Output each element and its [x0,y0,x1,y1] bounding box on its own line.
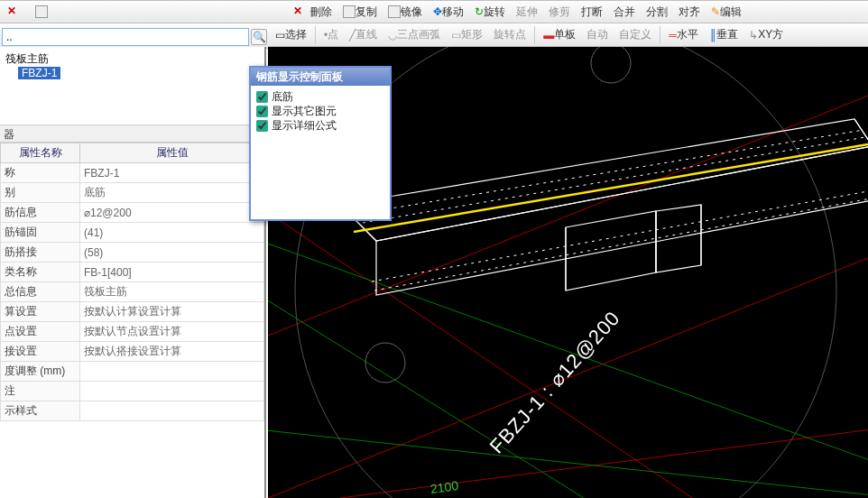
prop-value[interactable]: 按默认计算设置计算 [80,302,264,322]
horiz-button[interactable]: ═水平 [665,25,702,45]
property-row[interactable]: 筋搭接(58) [1,243,264,263]
col-value: 属性值 [80,143,264,163]
svg-point-23 [365,343,405,383]
property-row[interactable]: 示样式 [1,401,264,421]
rotate-button[interactable]: ↻旋转 [471,2,509,22]
property-table: 属性名称 属性值 称FBZJ-1别底筋筋信息⌀12@200筋锚固(41)筋搭接(… [0,143,264,421]
single-button[interactable]: ▬单板 [540,25,579,45]
display-option[interactable]: 显示其它图元 [256,104,384,118]
mirror-button[interactable]: 镜像 [384,2,426,22]
prop-value[interactable] [80,382,264,401]
property-row[interactable]: 接设置按默认搭接设置计算 [1,342,264,362]
rebar-display-panel[interactable]: 钢筋显示控制面板 底筋显示其它图元显示详细公式 [249,66,392,221]
svg-line-19 [372,191,868,281]
split-button[interactable]: 分割 [642,2,671,22]
search-icon[interactable]: 🔍 [251,29,267,45]
svg-marker-9 [376,146,868,295]
left-panel: 筏板主筋 FBZJ-1 器 属性名称 属性值 称FBZJ-1别底筋筋信息⌀12@… [0,47,266,498]
toolbar-draw-real: ▭选择 •点 ╱直线 ◡三点画弧 ▭矩形 旋转点 ▬单板 自动 自定义 ═水平 … [268,23,868,47]
prop-name: 别 [1,183,80,203]
checkbox-label: 显示详细公式 [272,118,337,133]
prop-name: 筋信息 [1,203,80,223]
vert-button[interactable]: ║垂直 [706,25,743,45]
delete-button[interactable]: ✕刪除 [290,2,336,22]
prop-value[interactable] [80,362,264,382]
prop-value[interactable]: FBZJ-1 [80,163,264,183]
prop-name: 注 [1,382,80,401]
svg-line-2 [340,426,868,498]
copy-icon[interactable] [32,2,51,22]
prop-name: 接设置 [1,342,80,362]
checkbox-label: 显示其它图元 [272,104,337,118]
prop-name: 算设置 [1,302,80,322]
property-row[interactable]: 类名称FB-1[400] [1,263,264,282]
break-button[interactable]: 打断 [577,2,606,22]
trim-button[interactable]: 修剪 [545,2,574,22]
checkbox[interactable] [256,120,268,132]
property-row[interactable]: 总信息筏板主筋 [1,282,264,302]
svg-marker-12 [566,211,656,290]
tree-root[interactable]: 筏板主筋 [5,51,259,67]
edit2-button[interactable]: ✎编辑 [707,2,745,22]
tree-child-selected[interactable]: FBZJ-1 [18,67,60,79]
prop-name: 类名称 [1,263,80,282]
property-row[interactable]: 点设置按默认节点设置计算 [1,322,264,342]
prop-name: 度调整 (mm) [1,362,80,382]
cross-icon[interactable]: ✕ [4,2,28,22]
copy-button[interactable]: 复制 [339,2,381,22]
prop-value[interactable]: ⌀12@200 [80,203,264,223]
prop-value[interactable] [80,401,264,421]
move-button[interactable]: ✥移动 [429,2,467,22]
prop-name: 称 [1,163,80,183]
auto-button[interactable]: 自动 [583,25,612,45]
arc3-button[interactable]: ◡三点画弧 [384,25,444,45]
prop-value[interactable]: 按默认搭接设置计算 [80,342,264,362]
custom-button[interactable]: 自定义 [615,25,655,45]
toolbar-edit: ✕ ✕刪除 复制 镜像 ✥移动 ↻旋转 延伸 修剪 打断 合并 分割 对齐 ✎编… [0,0,868,23]
extend-button[interactable]: 延伸 [512,2,541,22]
select-button[interactable]: ▭选择 [272,25,310,45]
prop-value[interactable]: (58) [80,243,264,263]
float-panel-title: 钢筋显示控制面板 [251,68,390,86]
merge-button[interactable]: 合并 [610,2,639,22]
display-option[interactable]: 显示详细公式 [256,118,384,133]
checkbox[interactable] [256,91,268,103]
member-tree: 筏板主筋 FBZJ-1 [0,47,264,124]
property-row[interactable]: 称FBZJ-1 [1,163,264,183]
property-row[interactable]: 注 [1,382,264,401]
align-button[interactable]: 对齐 [675,2,704,22]
svg-point-22 [591,47,631,83]
property-row[interactable]: 别底筋 [1,183,264,203]
prop-value[interactable]: (41) [80,223,264,243]
display-option[interactable]: 底筋 [256,89,384,104]
panel-section-label: 器 [0,124,264,143]
svg-line-20 [374,198,868,290]
prop-name: 总信息 [1,282,80,302]
checkbox-label: 底筋 [272,89,293,104]
prop-value[interactable]: 底筋 [80,183,264,203]
svg-line-17 [358,130,863,214]
prop-value[interactable]: 筏板主筋 [80,282,264,302]
property-row[interactable]: 算设置按默认计算设置计算 [1,302,264,322]
prop-value[interactable]: 按默认节点设置计算 [80,322,264,342]
point-button[interactable]: •点 [320,25,342,45]
property-row[interactable]: 筋锚固(41) [1,223,264,243]
rect-button[interactable]: ▭矩形 [448,25,486,45]
search-input[interactable] [2,28,249,46]
checkbox[interactable] [256,106,268,117]
prop-value[interactable]: FB-1[400] [80,263,264,282]
xy-button[interactable]: ↳XY方 [745,25,787,45]
prop-name: 筋锚固 [1,223,80,243]
line-button[interactable]: ╱直线 [346,25,381,45]
property-row[interactable]: 筋信息⌀12@200 [1,203,264,223]
svg-line-18 [363,137,865,223]
prop-name: 点设置 [1,322,80,342]
svg-line-11 [854,119,868,146]
prop-name: 筋搭接 [1,243,80,263]
rotpt-button[interactable]: 旋转点 [490,25,530,45]
svg-marker-13 [656,205,701,272]
col-name: 属性名称 [1,143,80,163]
property-row[interactable]: 度调整 (mm) [1,362,264,382]
prop-name: 示样式 [1,401,80,421]
